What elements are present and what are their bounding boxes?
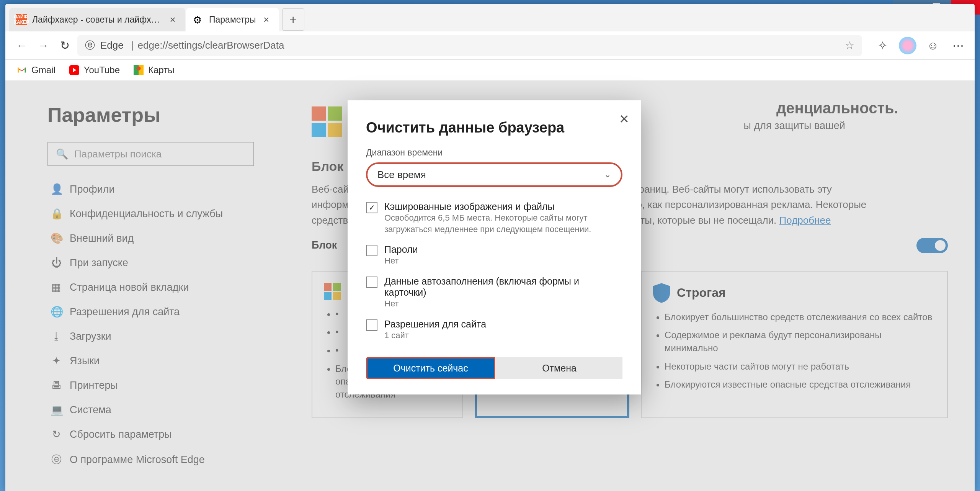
checkbox-label: Разрешения для сайта [384,319,622,330]
checkbox-row: ✓Кэшированные изображения и файлыОсвобод… [366,196,622,239]
feedback-icon[interactable]: ☺ [924,37,942,54]
tab-bar: ЛАЙФХАКЕР Лайфхакер - советы и лайфхаки … [5,4,975,31]
checkbox-description: Нет [384,298,622,309]
tab-title: Параметры [209,15,256,25]
youtube-icon [69,65,79,75]
gmail-icon [17,65,27,75]
close-icon[interactable]: × [261,14,272,25]
checkbox[interactable] [366,319,377,331]
svg-point-1 [137,66,141,70]
cancel-button[interactable]: Отмена [496,357,622,379]
favorite-icon[interactable]: ☆ [845,39,854,52]
address-label: Edge [100,39,124,51]
address-url: edge://settings/clearBrowserData [138,39,284,51]
bookmark-maps[interactable]: Карты [134,65,174,75]
tab-settings[interactable]: ⚙ Параметры × [186,8,279,31]
maps-icon [134,65,144,75]
checkbox-row: ПаролиНет [366,239,622,271]
data-types-list: ✓Кэшированные изображения и файлыОсвобод… [366,196,622,345]
checkbox-label: Кэшированные изображения и файлы [384,201,622,212]
bookmarks-bar: Gmail YouTube Карты [5,60,975,80]
clear-now-button[interactable]: Очистить сейчас [366,357,495,379]
chevron-down-icon: ⌄ [604,170,611,180]
tab-title: Лайфхакер - советы и лайфхаки [32,15,162,25]
close-icon[interactable]: × [167,14,178,25]
toolbar: ← → ↻ ⓔ Edge | edge://settings/clearBrow… [5,31,975,60]
tab-lifehacker[interactable]: ЛАЙФХАКЕР Лайфхакер - советы и лайфхаки … [9,8,185,31]
checkbox-row: Данные автозаполнения (включая формы и к… [366,271,622,314]
time-range-label: Диапазон времени [366,147,622,158]
lifehacker-icon: ЛАЙФХАКЕР [16,14,27,25]
dialog-title: Очистить данные браузера [366,100,622,147]
checkbox-label: Данные автозаполнения (включая формы и к… [384,276,622,298]
back-button[interactable]: ← [13,37,31,54]
menu-icon[interactable]: ⋯ [949,37,967,54]
reload-button[interactable]: ↻ [56,37,74,54]
clear-data-dialog: ✕ Очистить данные браузера Диапазон врем… [348,100,641,394]
dialog-close-button[interactable]: ✕ [619,112,629,126]
edge-icon: ⓔ [85,39,95,52]
checkbox-description: Нет [384,255,622,267]
checkbox[interactable]: ✓ [366,202,377,213]
bookmark-gmail[interactable]: Gmail [17,65,56,75]
checkbox[interactable] [366,245,377,256]
address-bar[interactable]: ⓔ Edge | edge://settings/clearBrowserDat… [77,35,862,56]
checkbox-row: Разрешения для сайта1 сайт [366,314,622,345]
checkbox-label: Пароли [384,244,622,255]
new-tab-button[interactable]: + [282,8,304,31]
bookmark-youtube[interactable]: YouTube [69,65,120,75]
gear-icon: ⚙ [193,14,204,25]
time-range-select[interactable]: Все время ⌄ [366,162,622,187]
profile-avatar[interactable] [899,37,916,54]
favorites-icon[interactable]: ✧ [874,37,891,54]
checkbox[interactable] [366,277,377,288]
checkbox-description: Освободится 6,5 МБ места. Некоторые сайт… [384,212,622,235]
forward-button[interactable]: → [34,37,52,54]
checkbox-description: 1 сайт [384,330,622,341]
